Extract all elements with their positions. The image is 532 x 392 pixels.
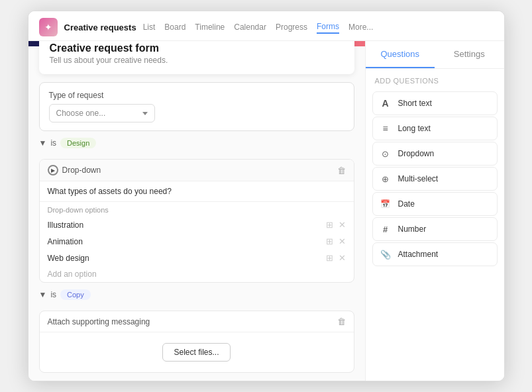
question-type-dropdown[interactable]: ⊙ Dropdown (372, 142, 498, 166)
attach-body: Select files... (40, 332, 354, 372)
copy-option-icon-webdesign[interactable]: ⊞ (326, 253, 333, 263)
attach-block: Attach supporting messaging 🗑 Select fil… (39, 311, 354, 373)
type-of-request-label: Type of request (49, 91, 345, 100)
trash-icon-attach[interactable]: 🗑 (337, 317, 346, 326)
right-tabs: Questions Settings (366, 41, 504, 69)
nav-tab-progress[interactable]: Progress (276, 21, 307, 33)
dropdown-header: ▶ Drop-down 🗑 (40, 160, 354, 181)
delete-option-icon-illustration[interactable]: ✕ (339, 220, 346, 230)
app-window: ✦ Creative requests List Board Timeline … (28, 11, 505, 381)
date-icon: 📅 (380, 198, 392, 210)
form-body: Type of request Choose one... ▼ is Desig… (28, 74, 365, 381)
option-label-animation: Animation (48, 237, 83, 246)
short-text-label: Short text (398, 99, 432, 108)
select-files-button[interactable]: Select files... (162, 343, 230, 362)
left-panel: Creative request form Tell us about your… (28, 41, 365, 381)
nav-tab-board[interactable]: Board (164, 21, 186, 33)
condition-is-1: is (50, 138, 56, 148)
nav-tab-list[interactable]: List (143, 21, 156, 33)
option-actions-illustration: ⊞ ✕ (326, 220, 346, 230)
select-placeholder: Choose one... (56, 109, 106, 118)
condition-tag-copy: Copy (60, 289, 91, 300)
option-row-webdesign: Web design ⊞ ✕ (40, 250, 354, 266)
question-type-date[interactable]: 📅 Date (372, 192, 498, 216)
attachment-label: Attachment (398, 250, 439, 259)
option-row-animation: Animation ⊞ ✕ (40, 233, 354, 250)
nav-tab-more[interactable]: More... (348, 21, 373, 33)
delete-option-icon-webdesign[interactable]: ✕ (339, 253, 346, 263)
dropdown-question[interactable]: What types of assets do you need? (40, 181, 354, 202)
dropdown-header-left: ▶ Drop-down (48, 165, 101, 175)
question-type-attachment[interactable]: 📎 Attachment (372, 242, 498, 266)
dropdown-icon: ⊙ (380, 148, 392, 160)
add-questions-label: Add questions (366, 69, 504, 89)
form-title: Creative request form (50, 42, 344, 54)
number-label: Number (398, 224, 427, 234)
form-subtitle: Tell us about your creative needs. (50, 56, 344, 65)
dropdown-circle-icon: ▶ (48, 165, 58, 175)
option-label-illustration: Illustration (48, 220, 84, 230)
copy-option-icon-animation[interactable]: ⊞ (326, 236, 333, 246)
condition-is-2: is (50, 290, 56, 299)
main-content: Creative request form Tell us about your… (28, 41, 504, 381)
right-panel: Questions Settings Add questions A Short… (365, 41, 504, 381)
collapse-arrow-2[interactable]: ▼ (39, 290, 47, 299)
multiselect-icon: ⊕ (380, 173, 392, 185)
type-of-request-block: Type of request Choose one... (39, 82, 354, 131)
option-row-illustration: Illustration ⊞ ✕ (40, 217, 354, 233)
collapse-arrow-1[interactable]: ▼ (39, 138, 47, 148)
dropdown-block: ▶ Drop-down 🗑 What types of assets do yo… (39, 159, 354, 283)
caret-icon (142, 112, 148, 115)
long-text-label: Long text (398, 124, 431, 133)
app-title: Creative requests (64, 23, 136, 32)
option-label-webdesign: Web design (48, 254, 89, 263)
number-icon: # (380, 223, 392, 235)
dropdown-label: Drop-down (62, 166, 101, 175)
trash-icon-dropdown[interactable]: 🗑 (337, 166, 346, 175)
nav-tabs: List Board Timeline Calendar Progress Fo… (143, 21, 374, 34)
option-actions-animation: ⊞ ✕ (326, 236, 346, 246)
attachment-icon: 📎 (380, 248, 392, 260)
dropdown-options-label: Drop-down options (40, 202, 354, 217)
question-type-short-text[interactable]: A Short text (372, 91, 498, 115)
question-type-multiselect[interactable]: ⊕ Multi-select (372, 167, 498, 191)
option-actions-webdesign: ⊞ ✕ (326, 253, 346, 263)
nav-tab-forms[interactable]: Forms (317, 21, 339, 34)
form-header: Creative request form Tell us about your… (39, 41, 354, 74)
attach-label: Attach supporting messaging (48, 317, 150, 326)
condition-row-1: ▼ is Design (39, 138, 354, 148)
tab-questions[interactable]: Questions (366, 41, 435, 68)
nav-tab-calendar[interactable]: Calendar (234, 21, 266, 33)
dropdown-label-right: Dropdown (398, 149, 435, 158)
date-label: Date (398, 199, 415, 209)
question-type-number[interactable]: # Number (372, 217, 498, 241)
short-text-icon: A (380, 97, 392, 109)
app-icon: ✦ (39, 18, 58, 36)
title-bar: ✦ Creative requests List Board Timeline … (28, 11, 504, 41)
add-option-button[interactable]: Add an option (40, 266, 354, 282)
tab-settings[interactable]: Settings (435, 41, 504, 68)
condition-row-2: ▼ is Copy (39, 289, 354, 300)
question-type-long-text[interactable]: ≡ Long text (372, 117, 498, 140)
condition-tag-design: Design (60, 138, 96, 148)
multiselect-label: Multi-select (398, 174, 439, 183)
type-of-request-select[interactable]: Choose one... (49, 104, 155, 122)
attach-header: Attach supporting messaging 🗑 (40, 311, 354, 332)
delete-option-icon-animation[interactable]: ✕ (339, 236, 346, 246)
question-type-list: A Short text ≡ Long text ⊙ Dropdown ⊕ Mu… (366, 89, 504, 269)
copy-option-icon-illustration[interactable]: ⊞ (326, 220, 333, 230)
nav-tab-timeline[interactable]: Timeline (195, 21, 225, 33)
long-text-icon: ≡ (380, 122, 392, 134)
